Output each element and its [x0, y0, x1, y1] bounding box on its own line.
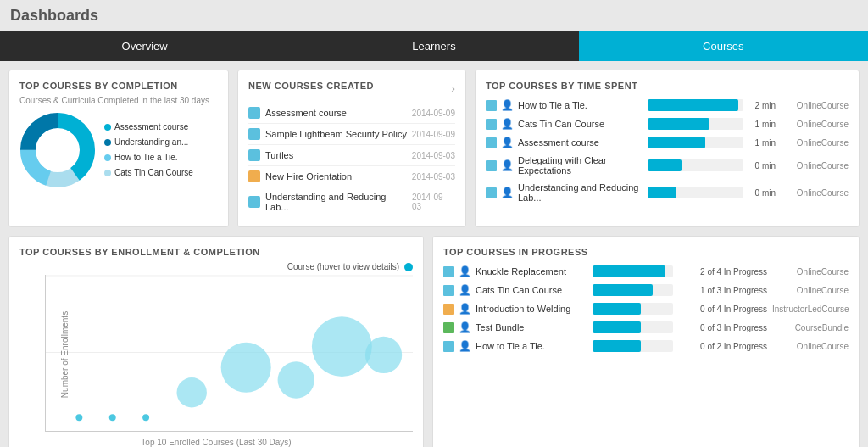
next-arrow-icon[interactable]: › — [451, 81, 455, 95]
donut-legend: Assessment course Understanding an... Ho… — [104, 120, 193, 181]
tab-courses[interactable]: Courses — [579, 31, 868, 61]
new-courses-title: NEW COURSES CREATED — [248, 81, 374, 91]
course-icon — [486, 187, 497, 198]
list-item: Sample Lightbeam Security Policy 2014-09… — [248, 124, 455, 145]
list-item: Turtles 2014-09-03 — [248, 145, 455, 166]
svg-point-16 — [312, 316, 372, 377]
list-item: Assessment course 2014-09-09 — [248, 103, 455, 124]
in-progress-title: TOP COURSES IN PROGRESS — [443, 247, 849, 257]
enrollment-chart: 5 2.5 0 — [45, 275, 413, 432]
course-type-icon — [248, 149, 260, 161]
svg-point-15 — [278, 361, 314, 398]
x-axis-label: Top 10 Enrolled Courses (Last 30 Days) — [19, 438, 413, 447]
list-item: 👤How to Tie a Tie. 0 of 2 In Progress On… — [443, 337, 849, 355]
svg-point-10 — [75, 414, 82, 421]
course-icon — [443, 322, 454, 333]
course-icon — [486, 137, 497, 148]
list-item: 👤Assessment course 1 min OnlineCourse — [486, 133, 849, 152]
svg-point-11 — [109, 414, 116, 421]
donut-container: Assessment course Understanding an... Ho… — [19, 112, 218, 188]
legend-circle-icon — [404, 263, 413, 271]
course-icon — [443, 285, 454, 296]
course-type-icon — [248, 107, 260, 119]
course-type-icon — [248, 128, 260, 140]
y-axis-label: Number of Enrollments — [60, 311, 70, 398]
completion-title: TOP COURSES BY COMPLETION — [19, 81, 218, 91]
list-item: Understanding and Reducing Lab... 2014-0… — [248, 187, 455, 216]
svg-point-13 — [177, 377, 207, 407]
tab-learners[interactable]: Learners — [289, 31, 578, 61]
time-spent-list: 👤How to Tie a Tie. 2 min OnlineCourse 👤C… — [486, 96, 849, 206]
time-spent-title: TOP COURSES BY TIME SPENT — [486, 81, 849, 91]
course-icon — [486, 119, 497, 130]
course-type-icon — [248, 170, 260, 182]
svg-point-12 — [142, 414, 149, 421]
list-item: 👤Knuckle Replacement 2 of 4 In Progress … — [443, 262, 849, 281]
row-bottom: TOP COURSES BY ENROLLMENT & COMPLETION C… — [8, 236, 860, 447]
list-item: 👤Test Bundle 0 of 3 In Progress CourseBu… — [443, 318, 849, 337]
course-icon — [443, 304, 454, 315]
course-icon — [443, 341, 454, 352]
list-item: 👤Delegating with Clear Expectations 0 mi… — [486, 152, 849, 179]
card-new-courses: NEW COURSES CREATED › Assessment course … — [237, 70, 466, 227]
list-item: 👤Understanding and Reducing Lab... 0 min… — [486, 179, 849, 206]
course-icon — [486, 100, 497, 111]
list-item: 👤Cats Tin Can Course 1 of 3 In Progress … — [443, 281, 849, 299]
new-courses-header: NEW COURSES CREATED › — [248, 81, 455, 96]
enrollment-title: TOP COURSES BY ENROLLMENT & COMPLETION — [19, 247, 413, 257]
card-time-spent: TOP COURSES BY TIME SPENT 👤How to Tie a … — [475, 70, 860, 227]
course-icon — [443, 266, 454, 277]
svg-point-4 — [42, 135, 73, 165]
course-icon — [486, 160, 497, 171]
row-top: TOP COURSES BY COMPLETION Courses & Curr… — [8, 70, 860, 227]
list-item: 👤Cats Tin Can Course 1 min OnlineCourse — [486, 115, 849, 133]
page-title: Dashboards — [0, 0, 868, 31]
donut-chart — [19, 112, 96, 188]
list-item: 👤Introduction to Welding 0 of 4 In Progr… — [443, 299, 849, 318]
in-progress-list: 👤Knuckle Replacement 2 of 4 In Progress … — [443, 262, 849, 355]
tab-bar: Overview Learners Courses — [0, 31, 868, 61]
list-item: New Hire Orientation 2014-09-03 — [248, 166, 455, 187]
card-in-progress: TOP COURSES IN PROGRESS 👤Knuckle Replace… — [432, 236, 860, 447]
svg-point-14 — [221, 343, 271, 393]
completion-subtitle: Courses & Curricula Completed in the las… — [19, 96, 218, 105]
course-type-icon — [248, 196, 260, 208]
tab-overview[interactable]: Overview — [0, 31, 289, 61]
card-enrollment: TOP COURSES BY ENROLLMENT & COMPLETION C… — [8, 236, 424, 447]
enrollment-legend: Course (hover to view details) — [19, 262, 413, 271]
card-completion: TOP COURSES BY COMPLETION Courses & Curr… — [8, 70, 229, 227]
dashboard: TOP COURSES BY COMPLETION Courses & Curr… — [0, 61, 868, 447]
list-item: 👤How to Tie a Tie. 2 min OnlineCourse — [486, 96, 849, 115]
svg-point-17 — [365, 337, 402, 373]
new-courses-list: Assessment course 2014-09-09 Sample Ligh… — [248, 103, 455, 216]
enrollment-chart-wrapper: Number of Enrollments 5 2.5 0 — [19, 275, 413, 434]
